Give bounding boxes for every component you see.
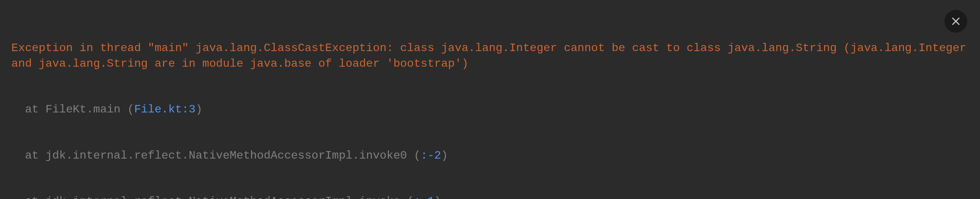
- source-link[interactable]: :-2: [420, 149, 441, 162]
- stack-trace-line: at jdk.internal.reflect.NativeMethodAcce…: [11, 148, 969, 163]
- stack-trace-line: at FileKt.main (File.kt:3): [11, 102, 969, 117]
- paren-open: (: [407, 195, 414, 199]
- stack-trace-line: at jdk.internal.reflect.NativeMethodAcce…: [11, 194, 969, 199]
- close-icon: [951, 16, 961, 27]
- paren-open: (: [414, 149, 420, 162]
- stack-prefix: at jdk.internal.reflect.NativeMethodAcce…: [25, 195, 407, 199]
- stack-prefix: at jdk.internal.reflect.NativeMethodAcce…: [25, 149, 414, 162]
- close-button[interactable]: [945, 10, 967, 33]
- paren-open: (: [127, 103, 134, 116]
- paren-close: ): [441, 149, 448, 162]
- source-link[interactable]: :-1: [414, 195, 434, 199]
- console-output: Exception in thread "main" java.lang.Cla…: [11, 10, 969, 199]
- source-link[interactable]: File.kt:3: [134, 103, 196, 116]
- paren-close: ): [196, 103, 202, 116]
- stack-prefix: at FileKt.main: [25, 103, 127, 116]
- paren-close: ): [434, 195, 441, 199]
- exception-header: Exception in thread "main" java.lang.Cla…: [11, 40, 969, 71]
